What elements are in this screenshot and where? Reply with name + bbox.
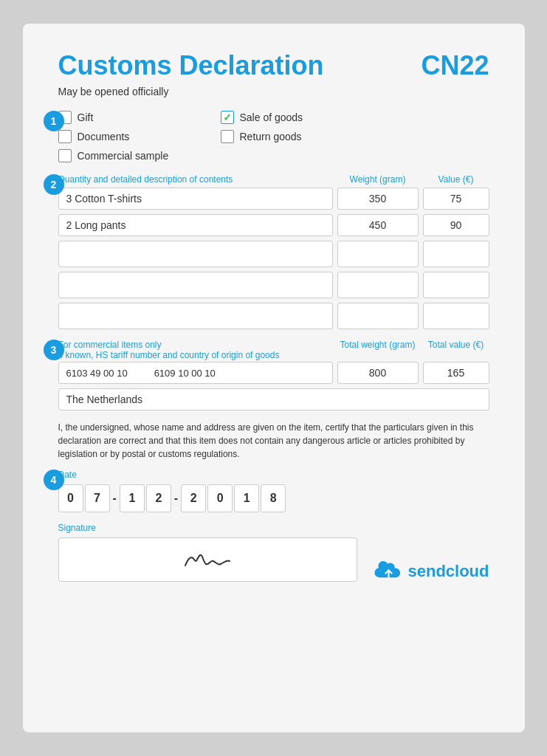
hs-number-2: 6109 10 00 10 — [154, 368, 216, 379]
date-digit-1[interactable]: 7 — [85, 484, 110, 512]
signature-logo-row: Signature sendcloud — [58, 523, 489, 582]
checkbox-sale-goods[interactable]: ✓ Sale of goods — [221, 111, 383, 124]
gift-label: Gift — [78, 111, 94, 123]
table-row — [58, 303, 489, 329]
return-goods-checkbox[interactable] — [221, 130, 234, 143]
checkbox-commercial-sample[interactable]: Commercial sample — [58, 149, 221, 162]
signature-drawing — [178, 545, 237, 574]
sendcloud-logo: sendcloud — [372, 561, 489, 582]
date-boxes: 0 7 - 1 2 - 2 0 1 8 — [58, 484, 489, 512]
date-sep-1: - — [111, 492, 118, 505]
hs-row: 6103 49 00 10 6109 10 00 10 800 165 — [58, 362, 489, 384]
declaration-text: I, the undersigned, whose name and addre… — [58, 421, 489, 461]
desc-cell-5[interactable] — [58, 303, 333, 329]
commercial-label: For commercial items only — [58, 340, 280, 350]
date-label: Date — [58, 470, 489, 480]
date-digit-2[interactable]: 1 — [120, 484, 145, 512]
value-cell-5[interactable] — [423, 303, 489, 329]
hs-label: If known, HS tariff number and country o… — [58, 350, 280, 360]
commercial-labels: For commercial items only If known, HS t… — [58, 340, 489, 360]
desc-cell-1[interactable]: 3 Cotton T-shirts — [58, 188, 333, 210]
weight-cell-4[interactable] — [337, 272, 419, 298]
col-header-weight: Weight (gram) — [337, 174, 419, 185]
section-1-badge: 1 — [44, 111, 64, 131]
checkbox-documents[interactable]: Documents — [58, 130, 221, 143]
country-of-origin-field[interactable]: The Netherlands — [58, 388, 489, 410]
sendcloud-text: sendcloud — [407, 562, 489, 581]
desc-cell-4[interactable] — [58, 272, 333, 298]
checkbox-col-left: Gift Documents Commercial sample — [58, 111, 221, 162]
section-1: 1 Gift Documents Commercial sample — [58, 111, 489, 162]
weight-cell-2[interactable]: 450 — [337, 214, 419, 236]
checkmark-icon: ✓ — [223, 111, 232, 123]
sale-goods-label: Sale of goods — [240, 111, 303, 123]
col-header-description: Quantity and detailed description of con… — [58, 174, 333, 185]
cloud-icon — [372, 561, 402, 582]
table-row: 2 Long pants 450 90 — [58, 214, 489, 236]
sale-goods-checkbox[interactable]: ✓ — [221, 111, 234, 124]
return-goods-label: Return goods — [240, 131, 302, 142]
commercial-sample-checkbox[interactable] — [58, 149, 72, 162]
table-row — [58, 241, 489, 267]
date-digit-7[interactable]: 8 — [261, 484, 286, 512]
weight-cell-1[interactable]: 350 — [337, 188, 419, 210]
left-labels: For commercial items only If known, HS t… — [58, 340, 280, 360]
form-subtitle: May be opened officially — [58, 86, 489, 97]
section-3: 3 For commercial items only If known, HS… — [58, 340, 489, 410]
weight-cell-3[interactable] — [337, 241, 419, 267]
date-digit-5[interactable]: 0 — [207, 484, 233, 512]
documents-label: Documents — [78, 131, 130, 142]
checkbox-gift[interactable]: Gift — [58, 111, 221, 124]
checkbox-col-right: ✓ Sale of goods Return goods — [221, 111, 383, 162]
checkboxes-area: Gift Documents Commercial sample ✓ Sale … — [58, 111, 489, 162]
value-cell-1[interactable]: 75 — [423, 188, 489, 210]
table-headers: Quantity and detailed description of con… — [58, 174, 489, 185]
signature-section: Signature — [58, 523, 358, 582]
weight-cell-5[interactable] — [337, 303, 419, 329]
value-cell-2[interactable]: 90 — [423, 214, 489, 236]
signature-box[interactable] — [58, 537, 358, 582]
total-weight-label: Total weight (gram) — [337, 340, 419, 360]
checkbox-return-goods[interactable]: Return goods — [221, 130, 383, 143]
form-code: CN22 — [421, 50, 489, 81]
col-header-value: Value (€) — [423, 174, 489, 185]
section-4-badge: 4 — [44, 470, 64, 490]
origin-row: The Netherlands — [58, 388, 489, 410]
total-value-label: Total value (€) — [423, 340, 489, 360]
section-2: 2 Quantity and detailed description of c… — [58, 174, 489, 329]
table-row — [58, 272, 489, 298]
form-header: Customs Declaration CN22 — [58, 50, 489, 81]
value-cell-4[interactable] — [423, 272, 489, 298]
desc-cell-3[interactable] — [58, 241, 333, 267]
section-2-badge: 2 — [44, 174, 64, 195]
date-digit-3[interactable]: 2 — [146, 484, 171, 512]
total-weight-cell[interactable]: 800 — [337, 362, 419, 384]
documents-checkbox[interactable] — [58, 130, 72, 143]
total-value-cell[interactable]: 165 — [423, 362, 489, 384]
date-sep-2: - — [173, 492, 179, 505]
table-row: 3 Cotton T-shirts 350 75 — [58, 188, 489, 210]
date-digit-0[interactable]: 0 — [58, 484, 83, 512]
desc-cell-2[interactable]: 2 Long pants — [58, 214, 333, 236]
section-4: 4 Date 0 7 - 1 2 - 2 0 1 8 Signature — [58, 470, 489, 582]
date-digit-4[interactable]: 2 — [181, 484, 206, 512]
customs-declaration-form: Customs Declaration CN22 May be opened o… — [23, 24, 525, 732]
section-3-badge: 3 — [44, 340, 64, 360]
date-digit-6[interactable]: 1 — [234, 484, 259, 512]
value-cell-3[interactable] — [423, 241, 489, 267]
hs-number-1: 6103 49 00 10 — [66, 368, 128, 379]
hs-numbers-field[interactable]: 6103 49 00 10 6109 10 00 10 — [58, 362, 333, 384]
form-title: Customs Declaration — [58, 50, 324, 81]
signature-label: Signature — [58, 523, 358, 533]
right-labels: Total weight (gram) Total value (€) — [337, 340, 489, 360]
commercial-sample-label: Commercial sample — [78, 150, 169, 162]
